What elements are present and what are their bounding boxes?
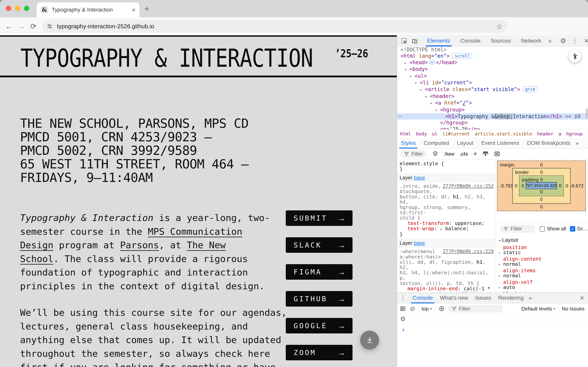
expand-icon[interactable]: ▸ [498, 273, 501, 278]
zoom-button[interactable]: ZOOM→ [286, 345, 352, 360]
inspect-element-icon[interactable] [401, 37, 408, 44]
tab-elements[interactable]: Elements [427, 38, 450, 44]
box-model-content[interactable]: 787.453×34.328 [526, 182, 557, 189]
back-icon[interactable]: ← [5, 22, 13, 31]
mps-program-link[interactable]: MPS Communication [148, 226, 242, 237]
tab-dom-breakpoints[interactable]: DOM Breakpoints [527, 140, 571, 146]
css-rule-margins[interactable]: Z77PrDNp0k.css:229 :where(menu) a:where(… [397, 247, 496, 292]
crumb-li-current[interactable]: li#current [443, 131, 469, 136]
browser-tab[interactable]: & Typography & Interaction × [37, 2, 139, 17]
css-rule-uppercase[interactable]: Z77PrDNp0k.css:252 .intro, aside, blockq… [397, 182, 496, 239]
computed-filter-input[interactable]: Filter [500, 225, 535, 233]
box-model-margin[interactable]: margin 0 0 -3.792 -6.672 border 0 0 0 0 … [497, 160, 586, 211]
computed-prop[interactable]: ▸align-itemsnormal [503, 268, 542, 278]
show-all-checkbox[interactable] [540, 226, 545, 232]
new-school-link[interactable]: School [20, 253, 53, 264]
tab-console-drawer[interactable]: Console [413, 295, 433, 301]
scroll-download-fab[interactable] [360, 331, 379, 350]
crumb-html[interactable]: html [400, 131, 411, 136]
tab-event-listeners[interactable]: Event Listeners [481, 140, 519, 146]
tab-styles[interactable]: Styles [401, 140, 416, 146]
devtools-settings-gear-icon[interactable]: ⚙ [560, 37, 566, 45]
github-button[interactable]: GITHUB→ [286, 291, 352, 307]
scroll-badge[interactable]: scroll [452, 53, 473, 59]
live-expression-eye-icon[interactable] [439, 306, 445, 312]
dom-node-a[interactable]: ▾<a href="/"> [397, 100, 588, 106]
section-caret-icon[interactable]: ▾ [499, 239, 501, 242]
crumb-hgroup[interactable]: hgroup [566, 131, 583, 136]
collapse-caret-icon[interactable]: ▾ [404, 66, 409, 73]
dom-node-h1-selected[interactable]: ⋯<h1>Typography &&nbsp;Interaction</h1> … [397, 113, 588, 119]
collapse-caret-icon[interactable]: ▾ [430, 100, 435, 106]
site-settings-tune-icon[interactable] [46, 23, 53, 30]
figma-button[interactable]: FIGMA→ [286, 264, 352, 280]
crumb-a[interactable]: a [559, 131, 561, 136]
expand-value-icon[interactable]: ▸ [440, 227, 442, 231]
window-minimize-button[interactable] [15, 6, 20, 11]
device-toolbar-icon[interactable] [411, 37, 418, 44]
window-zoom-button[interactable] [24, 6, 29, 11]
css-variable-link[interactable]: --right [441, 291, 461, 292]
tab-rendering[interactable]: Rendering [498, 295, 524, 301]
computed-prop[interactable]: ▸positionstatic [503, 245, 542, 255]
css-declaration[interactable]: margin-inline-end: calc(-1 * [400, 286, 494, 291]
tab-whats-new[interactable]: What's new [440, 295, 468, 301]
new-style-rule-plus-icon[interactable]: + [473, 150, 477, 158]
pseudo-states-layers-icon[interactable] [432, 150, 439, 157]
expand-dots-icon[interactable]: ⋯ [429, 60, 435, 64]
tree-scrollbar-thumb[interactable] [586, 108, 588, 119]
collapse-caret-icon[interactable]: ▾ [420, 87, 425, 93]
console-settings-gear-icon[interactable]: ⚙ [400, 315, 406, 323]
crumb-body[interactable]: body [416, 131, 427, 136]
toggle-hover-state[interactable]: :hov [444, 151, 454, 157]
new-school-link[interactable]: The New [187, 240, 226, 250]
dom-node-body[interactable]: ▾<body> [397, 66, 588, 73]
tab-issues[interactable]: Issues [475, 295, 491, 301]
url-text[interactable]: typography-interaction-2526.github.io [57, 23, 496, 30]
tab-sources[interactable]: Sources [491, 38, 511, 44]
sidebar-toggle-right-icon[interactable] [494, 150, 500, 157]
context-selector[interactable]: top [422, 306, 429, 312]
window-close-button[interactable] [6, 6, 11, 11]
href-link[interactable]: / [463, 100, 466, 106]
styles-filter-input[interactable]: Filter [400, 150, 427, 158]
more-tabs-icon[interactable]: » [529, 295, 532, 301]
layer-base-link[interactable]: base [414, 175, 425, 181]
dom-node-header[interactable]: ▾<header> [397, 93, 588, 100]
expand-icon[interactable]: ▸ [498, 262, 501, 267]
dom-node-html[interactable]: <html lang="en">scroll [397, 53, 588, 59]
layer-base-link[interactable]: base [414, 240, 425, 246]
google-button[interactable]: GOOGLE→ [286, 318, 352, 334]
slack-button[interactable]: SLACK→ [286, 237, 352, 253]
address-bar[interactable]: typography-interaction-2526.github.io ☆ [42, 20, 507, 33]
css-declaration[interactable]: text-transform: uppercase; [400, 221, 494, 226]
more-tabs-icon[interactable]: » [575, 140, 579, 146]
drawer-close-icon[interactable]: × [580, 294, 584, 302]
devtools-close-icon[interactable]: × [584, 37, 588, 45]
dom-node-article[interactable]: ▾<article class="start visible">grid [397, 86, 588, 93]
collapse-caret-icon[interactable]: ▾ [425, 93, 430, 100]
tab-computed[interactable]: Computed [424, 140, 449, 146]
collapse-caret-icon[interactable]: ▾ [409, 73, 415, 79]
expand-caret-icon[interactable]: ▸ [404, 60, 409, 66]
collapse-caret-icon[interactable]: ▾ [415, 80, 420, 86]
console-sidebar-icon[interactable] [400, 306, 406, 312]
computed-prop[interactable]: ▸align-selfauto [503, 280, 542, 290]
crumb-ul[interactable]: ul [432, 131, 438, 136]
stylesheet-source-link[interactable]: Z77PrDNp0k.css:252 [443, 184, 494, 189]
mps-program-link[interactable]: Design [20, 240, 53, 250]
paint-brush-icon[interactable] [482, 151, 489, 157]
accessibility-person-fab[interactable] [569, 50, 581, 63]
console-prompt-chevron[interactable]: › [401, 325, 405, 334]
dom-node-doctype[interactable]: <!DOCTYPE html> [397, 47, 588, 53]
forward-icon[interactable]: → [18, 22, 25, 31]
new-tab-button[interactable]: + [144, 4, 149, 14]
grid-badge[interactable]: grid [522, 86, 538, 92]
bookmark-star-icon[interactable]: ☆ [496, 22, 503, 31]
dropdown-caret-icon[interactable]: ▾ [430, 307, 432, 311]
tab-layout[interactable]: Layout [457, 140, 473, 146]
issues-counter[interactable]: No Issues [562, 306, 584, 312]
crumb-header[interactable]: header [537, 131, 554, 136]
tab-close-icon[interactable]: × [132, 6, 136, 14]
dom-node-ul[interactable]: ▾<ul> [397, 73, 588, 79]
